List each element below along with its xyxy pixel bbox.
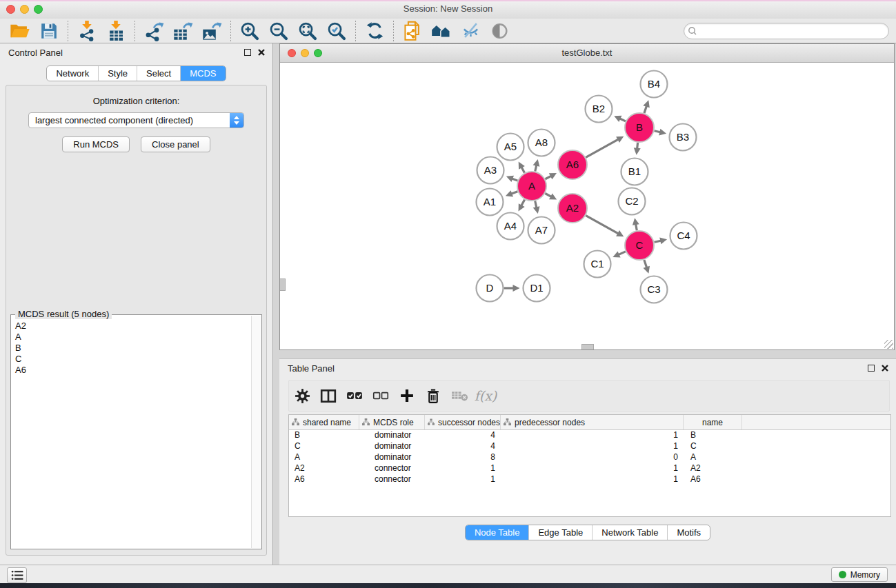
- import-table-button[interactable]: [101, 20, 130, 42]
- add-column-button[interactable]: [394, 383, 420, 408]
- cell-successor-nodes[interactable]: 4: [425, 430, 501, 441]
- cell-successor-nodes[interactable]: 1: [425, 474, 501, 485]
- cell-MCDS-role[interactable]: dominator: [359, 441, 425, 452]
- cell-successor-nodes[interactable]: 8: [425, 452, 501, 463]
- cell-predecessor-nodes[interactable]: 1: [501, 474, 684, 485]
- delete-column-button[interactable]: [420, 383, 446, 408]
- result-item[interactable]: A2: [15, 321, 252, 332]
- cell-predecessor-nodes[interactable]: 1: [501, 441, 684, 452]
- cell-predecessor-nodes[interactable]: 1: [501, 430, 684, 441]
- zoom-fit-icon: [298, 21, 317, 41]
- cell-name[interactable]: A6: [684, 474, 742, 485]
- cell-shared-name[interactable]: A: [289, 452, 359, 463]
- cell-name[interactable]: C: [684, 441, 742, 452]
- cell-shared-name[interactable]: B: [289, 430, 359, 441]
- open-session-button[interactable]: [6, 20, 34, 42]
- table-row[interactable]: A2connector11A2: [289, 463, 890, 474]
- tab-mcds[interactable]: MCDS: [180, 66, 225, 81]
- mcds-result-list[interactable]: A2ABCA6: [11, 316, 252, 549]
- column-header-name[interactable]: name: [684, 415, 742, 429]
- cell-MCDS-role[interactable]: connector: [359, 463, 425, 474]
- show-columns-button[interactable]: [315, 383, 341, 408]
- cell-shared-name[interactable]: A2: [289, 463, 359, 474]
- birdseye-toggle-handle[interactable]: [280, 278, 286, 291]
- tab-node-table[interactable]: Node Table: [466, 525, 529, 540]
- cell-shared-name[interactable]: C: [289, 441, 359, 452]
- column-label: MCDS role: [373, 418, 414, 427]
- first-neighbors-button[interactable]: [427, 20, 456, 42]
- network-canvas[interactable]: B4B2BB3A5A8A6B1A3AC2A1A2A4A7C4CC1C3DD1: [280, 62, 894, 349]
- tab-network[interactable]: Network: [47, 66, 98, 81]
- table-row[interactable]: Bdominator41B: [289, 430, 890, 441]
- table-settings-button[interactable]: [289, 383, 315, 408]
- tab-network-table[interactable]: Network Table: [592, 525, 667, 540]
- search-field[interactable]: [684, 23, 889, 39]
- cell-name[interactable]: B: [684, 430, 742, 441]
- column-type-icon: [428, 418, 435, 426]
- zoom-in-button[interactable]: [235, 20, 264, 42]
- cell-shared-name[interactable]: A6: [289, 474, 359, 485]
- table-row[interactable]: Adominator80A: [289, 452, 890, 463]
- deselect-all-button[interactable]: [368, 383, 394, 408]
- zoom-out-button[interactable]: [264, 20, 293, 42]
- result-item[interactable]: C: [15, 354, 252, 365]
- delete-table-button[interactable]: [446, 383, 472, 408]
- export-table-button[interactable]: [168, 20, 197, 42]
- tab-style[interactable]: Style: [98, 66, 137, 81]
- resize-grip-icon[interactable]: [884, 340, 893, 349]
- function-builder-button[interactable]: f(x): [472, 383, 499, 408]
- table-row[interactable]: Cdominator41C: [289, 441, 890, 452]
- clone-network-button[interactable]: [398, 20, 427, 42]
- column-header-predecessor-nodes[interactable]: predecessor nodes: [501, 415, 684, 429]
- show-log-button[interactable]: [7, 567, 27, 583]
- import-network-button[interactable]: [72, 20, 101, 42]
- tab-edge-table[interactable]: Edge Table: [528, 525, 592, 540]
- result-item[interactable]: A: [15, 332, 252, 343]
- run-mcds-button[interactable]: Run MCDS: [62, 136, 130, 152]
- tab-select[interactable]: Select: [137, 66, 180, 81]
- network-window-titlebar: testGlobe.txt: [280, 44, 894, 63]
- tab-motifs[interactable]: Motifs: [667, 525, 710, 540]
- zoom-fit-button[interactable]: [293, 20, 322, 42]
- hide-selected-button[interactable]: [456, 20, 485, 42]
- close-panel-button[interactable]: Close panel: [141, 136, 210, 152]
- edge-A2-C[interactable]: [586, 216, 619, 234]
- column-header-MCDS-role[interactable]: MCDS role: [359, 415, 425, 429]
- node-label-A2: A2: [566, 202, 579, 214]
- show-all-button[interactable]: [485, 20, 514, 42]
- optimization-criterion-select[interactable]: largest connected component (directed): [28, 112, 244, 128]
- split-pane-handle[interactable]: [581, 344, 594, 349]
- export-image-button[interactable]: [197, 20, 226, 42]
- float-table-panel-icon[interactable]: [868, 365, 875, 372]
- save-session-button[interactable]: [34, 20, 63, 42]
- result-item[interactable]: A6: [15, 365, 252, 376]
- edge-A6-B[interactable]: [586, 139, 619, 158]
- column-header-successor-nodes[interactable]: successor nodes: [425, 415, 501, 429]
- close-panel-icon[interactable]: [257, 48, 266, 57]
- zoom-selected-button[interactable]: [322, 20, 351, 42]
- column-type-icon: [292, 418, 299, 426]
- search-input[interactable]: [699, 26, 888, 37]
- cell-predecessor-nodes[interactable]: 0: [501, 452, 684, 463]
- cell-successor-nodes[interactable]: 4: [425, 441, 501, 452]
- close-table-panel-icon[interactable]: [881, 364, 889, 372]
- column-header-shared-name[interactable]: shared name: [289, 415, 359, 429]
- cell-name[interactable]: A: [684, 452, 742, 463]
- float-panel-icon[interactable]: [244, 49, 251, 56]
- export-network-button[interactable]: [139, 20, 168, 42]
- cell-MCDS-role[interactable]: connector: [359, 474, 425, 485]
- table-row[interactable]: A6connector11A6: [289, 474, 890, 485]
- node-table[interactable]: shared nameMCDS rolesuccessor nodesprede…: [288, 414, 891, 517]
- result-scrollbar[interactable]: [251, 316, 261, 548]
- cell-predecessor-nodes[interactable]: 1: [501, 463, 684, 474]
- cell-MCDS-role[interactable]: dominator: [359, 452, 425, 463]
- apply-layout-button[interactable]: [360, 20, 389, 42]
- node-label-D1: D1: [530, 282, 543, 294]
- cell-MCDS-role[interactable]: dominator: [359, 430, 425, 441]
- result-item[interactable]: B: [15, 343, 252, 354]
- select-all-button[interactable]: [341, 383, 368, 408]
- cell-successor-nodes[interactable]: 1: [425, 463, 501, 474]
- network-graph[interactable]: B4B2BB3A5A8A6B1A3AC2A1A2A4A7C4CC1C3DD1: [280, 62, 894, 349]
- cell-name[interactable]: A2: [684, 463, 742, 474]
- memory-button[interactable]: Memory: [831, 567, 888, 582]
